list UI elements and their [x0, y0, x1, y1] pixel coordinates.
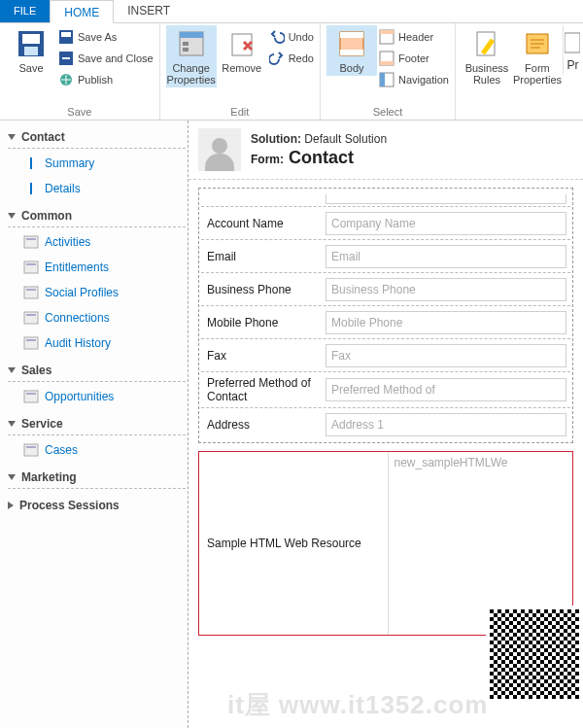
field-row-address[interactable]: AddressAddress 1 — [201, 407, 570, 440]
explorer-section-common[interactable]: Common — [8, 205, 186, 227]
field-row-mobile-phone[interactable]: Mobile PhoneMobile Phone — [201, 305, 570, 338]
explorer-section-process[interactable]: Process Sessions — [8, 495, 186, 516]
properties-icon — [175, 27, 208, 60]
activities-icon — [23, 233, 39, 251]
caret-down-icon — [8, 367, 16, 373]
form-properties-button[interactable]: Form Properties — [512, 25, 563, 87]
connections-icon — [23, 309, 39, 327]
explorer-section-marketing[interactable]: Marketing — [8, 467, 186, 489]
redo-button[interactable]: Redo — [269, 51, 314, 66]
form-properties-icon — [521, 27, 554, 60]
field-label: Preferred Method of Contact — [201, 372, 322, 407]
explorer-item-audit-history[interactable]: Audit History — [21, 330, 186, 356]
svg-rect-16 — [380, 30, 394, 34]
svg-rect-25 — [26, 238, 36, 240]
explorer-item-label: Connections — [45, 311, 110, 325]
solution-line: Solution: Default Solution — [251, 132, 387, 146]
explorer-item-social-profiles[interactable]: Social Profiles — [21, 280, 186, 305]
body-button[interactable]: Body — [326, 25, 377, 76]
field-input[interactable]: Fax — [326, 344, 566, 367]
field-row-preferred-method-of-contact[interactable]: Preferred Method of ContactPreferred Met… — [201, 371, 570, 407]
caret-down-icon — [8, 213, 16, 219]
header-button[interactable]: Header — [379, 29, 449, 45]
svg-rect-32 — [24, 337, 38, 349]
explorer-item-label: Opportunities — [45, 390, 114, 403]
svg-rect-26 — [24, 261, 38, 273]
field-input[interactable]: Mobile Phone — [326, 311, 566, 334]
explorer-section-sales[interactable]: Sales — [8, 360, 186, 382]
explorer-item-summary[interactable]: Summary — [21, 151, 186, 176]
caret-down-icon — [8, 474, 16, 480]
field-input[interactable]: Company Name — [326, 212, 566, 235]
web-resource-control[interactable]: Sample HTML Web Resource new_sampleHTMLW… — [198, 451, 573, 636]
svg-rect-18 — [380, 61, 394, 65]
tab-home[interactable]: HOME — [50, 0, 114, 23]
form-line: Form: Contact — [251, 148, 387, 168]
entitlements-icon — [23, 259, 39, 276]
svg-rect-23 — [565, 33, 580, 52]
field-input[interactable]: Preferred Method of — [326, 378, 566, 401]
svg-rect-1 — [22, 34, 40, 44]
field-label: Mobile Phone — [201, 312, 322, 333]
ribbon: Save Save As Save and Close Publish Save — [0, 23, 583, 121]
field-input[interactable] — [326, 194, 566, 204]
explorer-item-label: Entitlements — [45, 260, 109, 274]
tab-strip: FILE HOME INSERT — [0, 0, 583, 23]
ribbon-group-edit: Change Properties Remove Undo Redo Edit — [160, 23, 321, 120]
remove-button[interactable]: Remove — [217, 25, 267, 76]
avatar-icon — [198, 128, 241, 171]
field-input[interactable]: Business Phone — [326, 278, 566, 301]
field-row-account-name[interactable]: Account NameCompany Name — [201, 206, 570, 239]
change-properties-button[interactable]: Change Properties — [166, 25, 217, 87]
undo-icon — [269, 29, 285, 45]
explorer-section-contact[interactable]: Contact — [8, 126, 186, 149]
caret-down-icon — [8, 421, 16, 427]
explorer-item-label: Social Profiles — [45, 286, 119, 299]
field-row-fax[interactable]: FaxFax — [201, 338, 570, 371]
svg-rect-35 — [26, 393, 36, 395]
form-canvas: Solution: Default Solution Form: Contact… — [189, 121, 583, 728]
publish-button[interactable]: Publish — [58, 72, 154, 87]
business-rules-button[interactable]: Business Rules — [462, 25, 512, 87]
footer-button[interactable]: Footer — [379, 51, 449, 66]
explorer-item-entitlements[interactable]: Entitlements — [21, 255, 186, 280]
explorer-item-cases[interactable]: Cases — [21, 437, 186, 463]
canvas-header: Solution: Default Solution Form: Contact — [189, 121, 583, 180]
svg-rect-36 — [24, 444, 38, 456]
field-input[interactable]: Address 1 — [326, 413, 566, 436]
field-row-job-title[interactable] — [201, 191, 570, 206]
field-row-business-phone[interactable]: Business PhoneBusiness Phone — [201, 272, 570, 305]
ribbon-group-misc: Business Rules Form Properties Pr — [456, 23, 583, 120]
preview-icon — [565, 27, 580, 58]
field-input[interactable]: Email — [326, 245, 566, 268]
undo-button[interactable]: Undo — [269, 29, 314, 45]
svg-rect-33 — [26, 339, 36, 341]
field-row-email[interactable]: EmailEmail — [201, 239, 570, 272]
tab-insert[interactable]: INSERT — [114, 0, 184, 22]
cases-icon — [23, 441, 39, 459]
web-resource-label: Sample HTML Web Resource — [199, 452, 388, 635]
save-and-close-button[interactable]: Save and Close — [58, 51, 154, 66]
explorer-item-activities[interactable]: Activities — [21, 229, 186, 255]
body-layout: Contact Summary Details Common Activitie… — [0, 121, 583, 728]
svg-rect-10 — [183, 48, 189, 52]
social-icon — [23, 284, 39, 301]
explorer-section-service[interactable]: Service — [8, 413, 186, 435]
tab-file[interactable]: FILE — [0, 0, 50, 22]
ribbon-group-select: Body Header Footer Navigation Select — [321, 23, 456, 120]
audit-icon — [23, 334, 39, 352]
svg-rect-34 — [24, 391, 38, 402]
ribbon-group-save: Save Save As Save and Close Publish Save — [0, 23, 160, 120]
qr-code-icon — [490, 609, 579, 699]
svg-rect-30 — [24, 312, 38, 324]
save-as-button[interactable]: Save As — [58, 29, 154, 45]
navigation-button[interactable]: Navigation — [379, 72, 449, 87]
preview-button-partial[interactable]: Pr — [563, 25, 582, 74]
svg-rect-4 — [61, 32, 71, 37]
line-icon — [30, 157, 33, 169]
save-button[interactable]: Save — [6, 25, 56, 76]
explorer-item-details[interactable]: Details — [21, 176, 186, 201]
explorer-item-opportunities[interactable]: Opportunities — [21, 384, 186, 409]
svg-rect-9 — [183, 42, 189, 46]
explorer-item-connections[interactable]: Connections — [21, 305, 186, 330]
